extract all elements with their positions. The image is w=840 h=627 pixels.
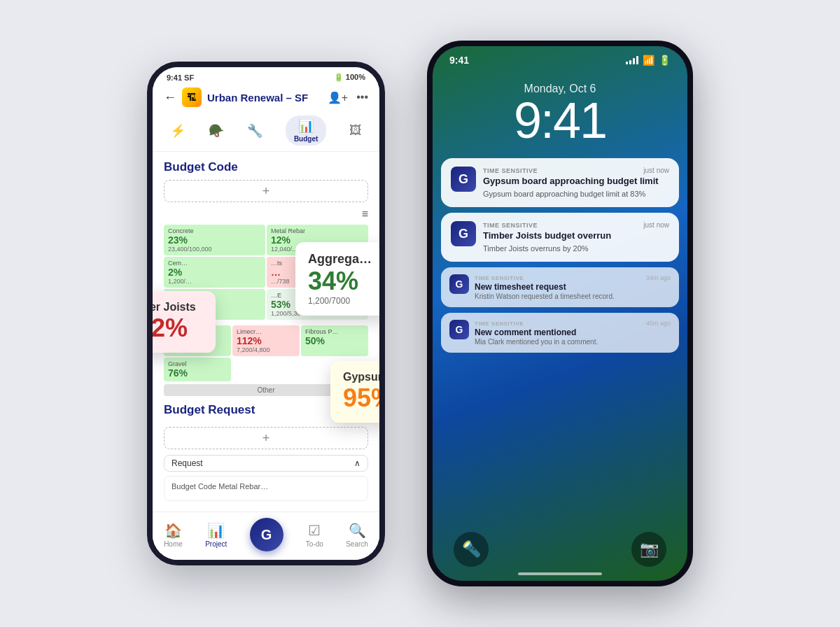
tab-photos[interactable]: 🖼 [349, 123, 362, 138]
cell-fibrous-pct: 50% [305, 335, 364, 346]
lock-bottom: 🔦 📷 [433, 532, 687, 567]
add-budget-code-button[interactable]: + [164, 180, 368, 202]
notif-time-3: 34m ago [646, 274, 671, 281]
plans-icon: 🪖 [209, 123, 224, 139]
status-bar-right: 9:41 📶 🔋 [433, 46, 687, 69]
cell-limecr-pct: 112% [237, 335, 295, 346]
list-view-icon[interactable]: ≡ [164, 208, 368, 220]
status-time-left: 9:41 SF [167, 73, 194, 82]
dashboard-icon: ⚡ [170, 123, 186, 139]
scene: 9:41 SF 🔋 100% ← 🏗 Urban Renewal – SF 👤+… [147, 41, 693, 586]
bar3 [633, 58, 635, 64]
notif-header-4: TIME SENSITIVE 45m ago [475, 320, 671, 327]
request-sort[interactable]: Request ∧ [164, 455, 368, 472]
tooltip-timber-pct: 112% [147, 314, 203, 343]
cell-limecr-val: 7,200/4,800 [237, 346, 295, 353]
cell-fibrous-name: Fibrous P… [305, 328, 364, 335]
home-indicator [518, 572, 602, 575]
cell-cem-name: Cem… [168, 260, 261, 267]
other-label: Other [257, 386, 274, 394]
notif-body-4: Mia Clark mentioned you in a comment. [475, 338, 671, 346]
bar1 [626, 62, 628, 64]
budget-cell-concrete[interactable]: Concrete 23% 23,400/100,000 [164, 225, 265, 255]
notif-time-1: just now [643, 167, 669, 174]
bottom-nav-search[interactable]: 🔍 Search [346, 522, 368, 548]
lock-date: Monday, Oct 6 [433, 83, 687, 95]
add-user-icon[interactable]: 👤+ [328, 91, 348, 104]
tooltip-aggregate-val: 1,200/7000 [308, 296, 385, 306]
notif-timesheet[interactable]: G TIME SENSITIVE 34m ago New timesheet r… [441, 267, 679, 307]
notif-header-3: TIME SENSITIVE 34m ago [475, 274, 671, 281]
more-options-icon[interactable]: ••• [356, 91, 368, 104]
notif-time-2: just now [643, 221, 669, 229]
notif-icon-4: G [449, 320, 469, 339]
tooltip-gypsum-title: Gypsum board [343, 371, 385, 383]
todo-label: To-do [306, 540, 323, 548]
notif-icon-2: G [451, 221, 476, 246]
notif-title-3: New timesheet request [475, 282, 671, 292]
home-label: Home [164, 540, 183, 548]
notif-timber-overrun[interactable]: G TIME SENSITIVE just now Timber Joists … [441, 213, 679, 262]
notif-body-1: Gypsum board approaching budget limit at… [483, 189, 669, 199]
project-nav-icon: 📊 [207, 522, 225, 539]
notif-body-3: Kristin Watson requested a timesheet rec… [475, 293, 671, 300]
status-icons-right: 📶 🔋 [626, 55, 671, 66]
bottom-nav-home[interactable]: 🏠 Home [164, 522, 183, 548]
notif-title-1: Gypsum board approaching budget limit [483, 176, 669, 188]
project-label: Project [205, 540, 227, 548]
notif-title-2: Timber Joists budget overrun [483, 230, 669, 242]
budget-cell-limecr[interactable]: Limecr… 112% 7,200/4,800 [232, 325, 300, 356]
add-request-icon: + [262, 431, 270, 446]
tooltip-aggregate: Aggrega… 34% 1,200/7000 [295, 242, 385, 316]
project-icon: 🏗 [182, 87, 202, 107]
cell-concrete-pct: 23% [168, 234, 261, 246]
center-g-label: G [261, 527, 272, 543]
tab-dashboard[interactable]: ⚡ [170, 123, 186, 139]
bar2 [629, 60, 631, 64]
back-button[interactable]: ← [164, 90, 176, 105]
request-sort-label: Request [172, 458, 203, 468]
notif-gypsum-budget[interactable]: G TIME SENSITIVE just now Gypsum board a… [441, 158, 679, 207]
cell-metalrebar-name: Metal Rebar [271, 227, 364, 234]
tooltip-gypsum: Gypsum board 95% [330, 361, 385, 423]
tooltip-timber-title: Timber Joists [147, 301, 203, 314]
tab-budget-label: Budget [294, 135, 318, 143]
tab-plans[interactable]: 🪖 [209, 123, 224, 139]
left-phone: 9:41 SF 🔋 100% ← 🏗 Urban Renewal – SF 👤+… [147, 62, 385, 565]
notif-time-4: 45m ago [646, 320, 671, 327]
tooltip-timber: Timber Joists 112% [147, 291, 216, 353]
battery-icon-right: 🔋 [659, 55, 671, 66]
cell-concrete-val: 23,400/100,000 [168, 246, 261, 253]
add-request-button[interactable]: + [164, 427, 368, 449]
camera-icon: 📷 [640, 540, 659, 558]
search-label: Search [346, 540, 368, 548]
bottom-nav-center-button[interactable]: G [250, 518, 284, 551]
bottom-nav: 🏠 Home 📊 Project G ☑ To-do 🔍 Search [153, 512, 379, 560]
flashlight-icon: 🔦 [462, 540, 481, 558]
notif-content-1: TIME SENSITIVE just now Gypsum board app… [483, 167, 669, 199]
camera-button[interactable]: 📷 [631, 532, 666, 567]
bottom-nav-project[interactable]: 📊 Project [205, 522, 227, 548]
notif-tag-2: TIME SENSITIVE [483, 222, 538, 229]
add-icon: + [262, 184, 270, 199]
budget-cell-fibrous[interactable]: Fibrous P… 50% [301, 325, 368, 356]
list-icon: ≡ [362, 208, 368, 220]
tab-tasks[interactable]: 🔧 [247, 123, 262, 139]
tab-budget[interactable]: 📊 Budget [286, 115, 326, 146]
notif-icon-1: G [451, 167, 476, 192]
budget-cell-cem[interactable]: Cem… 2% 1,200/… [164, 257, 265, 288]
notif-tag-3: TIME SENSITIVE [475, 275, 524, 281]
notif-content-3: TIME SENSITIVE 34m ago New timesheet req… [475, 274, 671, 300]
bottom-nav-todo[interactable]: ☑ To-do [306, 522, 323, 548]
cell-concrete-name: Concrete [168, 227, 261, 234]
tooltip-aggregate-title: Aggrega… [308, 252, 385, 267]
budget-cell-gravel[interactable]: Gravel 76% [164, 358, 231, 381]
flashlight-button[interactable]: 🔦 [454, 532, 489, 567]
wifi-icon: 📶 [643, 55, 654, 66]
tooltip-gypsum-pct: 95% [343, 383, 385, 413]
notif-body-2: Timber Joists overruns by 20% [483, 244, 669, 253]
nav-icons: 👤+ ••• [328, 91, 368, 104]
notif-comment[interactable]: G TIME SENSITIVE 45m ago New comment men… [441, 313, 679, 353]
notif-content-4: TIME SENSITIVE 45m ago New comment menti… [475, 320, 671, 346]
notif-tag-4: TIME SENSITIVE [475, 320, 524, 327]
